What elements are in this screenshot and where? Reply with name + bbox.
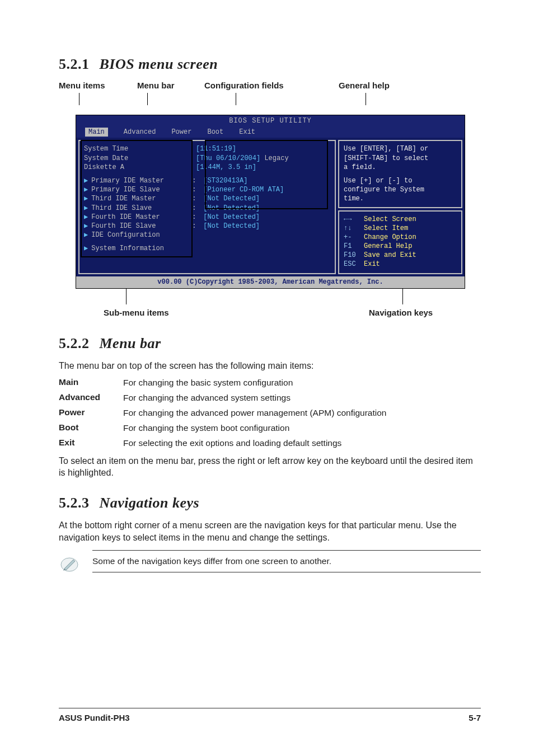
heading-522-num: 5.2.2: [59, 335, 90, 351]
s522-intro: The menu bar on top of the screen has th…: [59, 360, 481, 372]
bios-diskette-value[interactable]: [1.44M, 3.5 in]: [196, 163, 256, 172]
bios-pim-label[interactable]: Primary IDE Master: [91, 176, 192, 185]
bios-menu-advanced[interactable]: Advanced: [124, 128, 156, 137]
bios-idecfg-label[interactable]: IDE Configuration: [91, 231, 192, 240]
heading-523: 5.2.3Navigation keys: [59, 495, 481, 511]
menutbl-adv-k: Advanced: [59, 392, 123, 404]
pencil-icon: [60, 555, 79, 576]
menutbl-exit-k: Exit: [59, 438, 123, 449]
bios-help-l5: configure the System: [344, 185, 457, 194]
menutbl-adv-v: For changing the advanced system setting…: [123, 392, 481, 404]
menutbl-main-v: For changing the basic system configurat…: [123, 377, 481, 389]
menu-bar-table: MainFor changing the basic system config…: [59, 377, 481, 449]
bios-menu-power[interactable]: Power: [171, 128, 191, 137]
callout-config-fields: Configuration fields: [204, 81, 284, 90]
bios-fids-value: [Not Detected]: [203, 222, 260, 231]
menutbl-pow-k: Power: [59, 407, 123, 419]
callouts-bottom: Sub-menu items Navigation keys: [59, 308, 481, 317]
bios-nav-k1: ←→: [344, 215, 364, 224]
bios-screenshot: BIOS SETUP UTILITY Main Advanced Power B…: [76, 115, 465, 289]
bios-footer: v00.00 (C)Copyright 1985-2003, American …: [76, 276, 465, 288]
callout-menu-items: Menu items: [59, 81, 105, 90]
heading-522-title: Menu bar: [100, 335, 161, 351]
menutbl-boot-v: For changing the system boot configurati…: [123, 422, 481, 434]
heading-522: 5.2.2Menu bar: [59, 335, 481, 352]
triangle-icon: ▶: [84, 204, 88, 213]
bios-help-l4: Use [+] or [-] to: [344, 176, 457, 185]
bios-nav-t1: Select Screen: [364, 215, 416, 223]
bios-nav-t4: General Help: [364, 242, 412, 250]
bios-pim-value: [ST320413A]: [203, 176, 247, 185]
heading-521-num: 5.2.1: [59, 56, 90, 72]
bios-nav-k4: F1: [344, 242, 364, 251]
callout-general-help: General help: [339, 81, 390, 90]
bios-sys-time-value[interactable]: [11:51:19]: [196, 144, 236, 153]
heading-521-title: BIOS menu screen: [100, 56, 218, 72]
triangle-icon: ▶: [84, 176, 88, 185]
bios-nav-k2: ↑↓: [344, 224, 364, 233]
bios-nav-t5: Save and Exit: [364, 251, 416, 259]
bios-help-l6: time.: [344, 194, 457, 203]
bios-pis-label[interactable]: Primary IDE Slave: [91, 185, 192, 194]
bios-tidm-label[interactable]: Third IDE Master: [91, 194, 192, 203]
note-box: Some of the navigation keys differ from …: [92, 550, 481, 572]
bios-sys-time-label: System Time: [84, 144, 185, 153]
bios-menu-bar: Main Advanced Power Boot Exit: [76, 126, 465, 138]
bios-nav-k3: +-: [344, 233, 364, 242]
page-footer: ASUS Pundit-PH3 5-7: [59, 708, 481, 722]
callouts-top: Menu items Menu bar Configuration fields…: [59, 81, 481, 90]
callout-menu-bar: Menu bar: [137, 81, 175, 90]
bios-fidm-value: [Not Detected]: [203, 213, 260, 222]
bios-tids-value: [Not Detected]: [203, 204, 260, 213]
triangle-icon: ▶: [84, 213, 88, 222]
bios-help-l1: Use [ENTER], [TAB] or: [344, 144, 457, 153]
callout-submenu-items: Sub-menu items: [104, 308, 169, 317]
bios-nav-box: ←→Select Screen ↑↓Select Item +-Change O…: [338, 210, 462, 275]
bios-help-l2: [SHIFT-TAB] to select: [344, 154, 457, 163]
heading-523-title: Navigation keys: [100, 495, 200, 511]
bios-menu-main[interactable]: Main: [85, 128, 108, 137]
bios-sysinfo-label[interactable]: System Information: [91, 244, 192, 253]
triangle-icon: ▶: [84, 194, 88, 203]
triangle-icon: ▶: [84, 185, 88, 194]
bios-help-l3: a field.: [344, 163, 457, 172]
bios-fidm-label[interactable]: Fourth IDE Master: [91, 213, 192, 222]
s522-out: To select an item on the menu bar, press…: [59, 455, 481, 479]
bios-menu-boot[interactable]: Boot: [207, 128, 223, 137]
triangle-icon: ▶: [84, 231, 88, 240]
callout-nav-keys: Navigation keys: [369, 308, 433, 317]
bios-nav-t2: Select Item: [364, 224, 408, 232]
menutbl-main-k: Main: [59, 377, 123, 389]
bios-diskette-label: Diskette A: [84, 163, 185, 172]
bios-nav-k5: F10: [344, 251, 364, 260]
bios-help-box: Use [ENTER], [TAB] or [SHIFT-TAB] to sel…: [338, 140, 462, 208]
heading-521: 5.2.1BIOS menu screen: [59, 56, 481, 73]
bios-nav-t3: Change Option: [364, 233, 416, 241]
bios-legacy: Legacy: [264, 154, 288, 163]
bios-sys-date-value[interactable]: [Thu 06/10/2004]: [196, 154, 260, 163]
bios-pis-value: [Pioneer CD-ROM ATA]: [203, 185, 284, 194]
footer-left: ASUS Pundit-PH3: [59, 713, 130, 722]
bios-nav-t6: Exit: [364, 260, 380, 268]
menutbl-pow-v: For changing the advanced power manageme…: [123, 407, 481, 419]
footer-right: 5-7: [469, 713, 481, 722]
menutbl-boot-k: Boot: [59, 422, 123, 434]
bios-tidm-value: [Not Detected]: [203, 194, 260, 203]
bios-title: BIOS SETUP UTILITY: [76, 115, 465, 126]
menutbl-exit-v: For selecting the exit options and loadi…: [123, 438, 481, 449]
note-text: Some of the navigation keys differ from …: [92, 556, 331, 566]
triangle-icon: ▶: [84, 244, 88, 253]
s523-paragraph: At the bottom right corner of a menu scr…: [59, 519, 481, 543]
bios-nav-k6: ESC: [344, 260, 364, 269]
bios-left-panel: System Time[11:51:19] System Date[Thu 06…: [78, 140, 336, 274]
bios-tids-label[interactable]: Third IDE Slave: [91, 204, 192, 213]
bios-sys-date-label: System Date: [84, 154, 185, 163]
bios-fids-label[interactable]: Fourth IDE Slave: [91, 222, 192, 231]
triangle-icon: ▶: [84, 222, 88, 231]
bios-menu-exit[interactable]: Exit: [239, 128, 255, 137]
heading-523-num: 5.2.3: [59, 495, 90, 511]
